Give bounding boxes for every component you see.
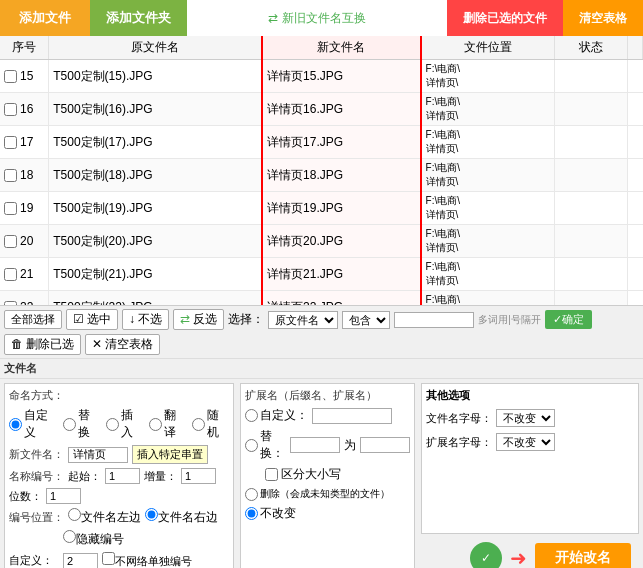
row-location: F:\电商\详情页\	[421, 258, 555, 291]
select-label: 选择：	[228, 311, 264, 328]
row-location: F:\电商\详情页\	[421, 93, 555, 126]
naming-insert-option[interactable]: 插入	[106, 407, 143, 441]
row-seq: 20	[0, 225, 49, 258]
contain-select[interactable]: 包含	[342, 311, 390, 329]
delete-selected-button[interactable]: 删除已选的文件	[447, 0, 563, 36]
multi-label: 多词用|号隔开	[478, 313, 541, 327]
row-checkbox[interactable]	[4, 169, 17, 182]
ext-delete-label: 删除（会成未知类型的文件）	[260, 487, 390, 501]
col-header-orig: 原文件名	[49, 36, 262, 60]
ext-case-label: 区分大小写	[281, 466, 341, 483]
serial-increment-input[interactable]	[181, 468, 216, 484]
table-row: 22 T500定制(22).JPG 详情页22.JPG F:\电商\详情页\	[0, 291, 643, 307]
file-table-wrapper: 序号 原文件名 新文件名 文件位置 状态 15 T500定制(15).JPG 详…	[0, 36, 643, 306]
pos-file-right-option[interactable]: 文件名右边	[145, 508, 218, 526]
ext-case-checkbox-row: 区分大小写	[265, 466, 341, 483]
serial-start-input[interactable]	[105, 468, 140, 484]
row-checkbox[interactable]	[4, 301, 17, 307]
row-new-name: 详情页15.JPG	[262, 60, 420, 93]
row-location: F:\电商\详情页\	[421, 159, 555, 192]
col-header-status: 状态	[555, 36, 628, 60]
ext-char-select[interactable]: 不改变	[496, 433, 555, 451]
remove-selected-button[interactable]: 🗑 删除已选	[4, 334, 81, 355]
row-orig-name: T500定制(21).JPG	[49, 258, 262, 291]
row-new-name: 详情页18.JPG	[262, 159, 420, 192]
pos-nonetwork-option[interactable]: 不网络单独编号	[102, 552, 192, 568]
add-folder-button[interactable]: 添加文件夹	[90, 0, 187, 36]
start-rename-button[interactable]: 开始改名	[535, 543, 631, 568]
clear-table-bottom-button[interactable]: ✕ 清空表格	[85, 334, 160, 355]
ext-delete-option[interactable]: 删除（会成未知类型的文件）	[245, 487, 390, 501]
ext-nochange-label: 不改变	[260, 505, 296, 522]
row-checkbox[interactable]	[4, 235, 17, 248]
row-orig-name: T500定制(20).JPG	[49, 225, 262, 258]
row-location: F:\电商\详情页\	[421, 192, 555, 225]
row-new-name: 详情页16.JPG	[262, 93, 420, 126]
insert-label: 插入特定串置	[132, 445, 208, 464]
ext-nochange-option[interactable]: 不改变	[245, 505, 296, 522]
col-header-seq: 序号	[0, 36, 49, 60]
row-seq: 19	[0, 192, 49, 225]
table-row: 15 T500定制(15).JPG 详情页15.JPG F:\电商\详情页\	[0, 60, 643, 93]
selection-toolbar: 全部选择 ☑ 选中 ↓ 不选 ⇄ 反选 选择： 原文件名 包含 多词用|号隔开 …	[0, 306, 643, 359]
ext-replace-option[interactable]: 替换：	[245, 428, 286, 462]
naming-replace-option[interactable]: 替换	[63, 407, 100, 441]
arrow-hint-icon: ➜	[510, 546, 527, 568]
field-select[interactable]: 原文件名	[268, 311, 338, 329]
row-seq: 22	[0, 291, 49, 307]
row-status	[555, 60, 628, 93]
reverse-select-button[interactable]: ⇄ 反选	[173, 309, 224, 330]
swap-names-button[interactable]: ⇄ 新旧文件名互换	[187, 0, 447, 36]
naming-custom-option[interactable]: 自定义	[9, 407, 57, 441]
row-orig-name: T500定制(16).JPG	[49, 93, 262, 126]
row-orig-name: T500定制(22).JPG	[49, 291, 262, 307]
select-all-button[interactable]: 全部选择	[4, 310, 62, 329]
naming-method-label: 命名方式：	[9, 388, 64, 403]
row-new-name: 详情页21.JPG	[262, 258, 420, 291]
confirm-button[interactable]: ✓确定	[545, 310, 592, 329]
row-location: F:\电商\详情页\	[421, 291, 555, 307]
deselect-button[interactable]: ↓ 不选	[122, 309, 169, 330]
row-seq: 18	[0, 159, 49, 192]
ext-char-label: 扩展名字母：	[426, 435, 492, 450]
row-new-name: 详情页17.JPG	[262, 126, 420, 159]
serial-digits-input[interactable]	[46, 488, 81, 504]
naming-random-option[interactable]: 随机	[192, 407, 229, 441]
row-orig-name: T500定制(15).JPG	[49, 60, 262, 93]
filename-row: 文件名	[0, 359, 643, 379]
row-checkbox[interactable]	[4, 103, 17, 116]
row-checkbox[interactable]	[4, 70, 17, 83]
clear-table-button[interactable]: 清空表格	[563, 0, 643, 36]
row-checkbox[interactable]	[4, 202, 17, 215]
table-row: 16 T500定制(16).JPG 详情页16.JPG F:\电商\详情页\	[0, 93, 643, 126]
filter-input[interactable]	[394, 312, 474, 328]
row-checkbox[interactable]	[4, 136, 17, 149]
check-icon: ☑	[73, 312, 84, 326]
row-seq: 16	[0, 93, 49, 126]
row-orig-name: T500定制(19).JPG	[49, 192, 262, 225]
table-row: 17 T500定制(17).JPG 详情页17.JPG F:\电商\详情页\	[0, 126, 643, 159]
clear-icon: ✕	[92, 337, 102, 351]
pos-file-left-option[interactable]: 文件名左边	[68, 508, 141, 526]
row-status	[555, 159, 628, 192]
ext-case-checkbox[interactable]	[265, 468, 278, 481]
row-new-name: 详情页19.JPG	[262, 192, 420, 225]
ext-custom-option[interactable]: 自定义：	[245, 407, 308, 424]
add-file-button[interactable]: 添加文件	[0, 0, 90, 36]
ext-panel-title: 扩展名（后缀名、扩展名）	[245, 388, 410, 403]
main-toolbar: 添加文件 添加文件夹 ⇄ 新旧文件名互换 删除已选的文件 清空表格	[0, 0, 643, 36]
filename-char-select[interactable]: 不改变	[496, 409, 555, 427]
serial-label: 名称编号：	[9, 469, 64, 484]
select-checked-button[interactable]: ☑ 选中	[66, 309, 118, 330]
row-location: F:\电商\详情页\	[421, 60, 555, 93]
ext-replace-from-input[interactable]	[290, 437, 340, 453]
ext-custom-input[interactable]	[312, 408, 392, 424]
pos-hide-option[interactable]: 隐藏编号	[63, 530, 124, 548]
pos-custom-input[interactable]	[63, 553, 98, 569]
ext-replace-to-input[interactable]	[360, 437, 410, 453]
new-filename-label: 新文件名：	[9, 447, 64, 462]
row-checkbox[interactable]	[4, 268, 17, 281]
naming-translate-option[interactable]: 翻译	[149, 407, 186, 441]
filename-char-label: 文件名字母：	[426, 411, 492, 426]
new-filename-input[interactable]: 详情页	[68, 447, 128, 463]
